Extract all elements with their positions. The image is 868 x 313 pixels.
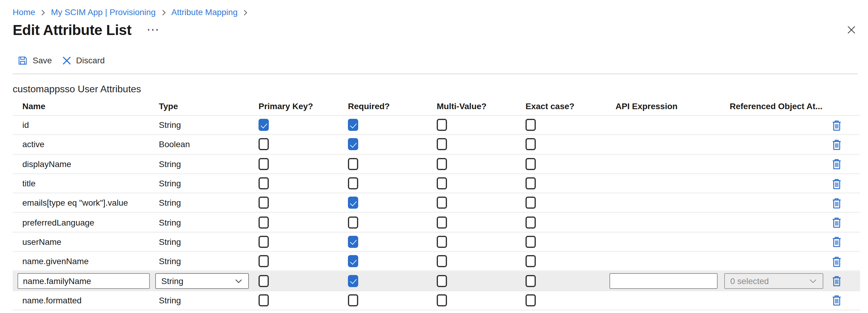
exact-case-checkbox[interactable] xyxy=(526,294,536,306)
breadcrumb-item-home[interactable]: Home xyxy=(13,7,35,18)
table-row: emails[type eq "work"].value String Stri… xyxy=(13,194,860,213)
page-title: Edit Attribute List xyxy=(13,21,131,39)
delete-attribute-button[interactable] xyxy=(831,158,843,170)
primary-key-cell xyxy=(258,119,348,131)
required-checkbox[interactable] xyxy=(348,294,358,306)
exact-case-cell xyxy=(526,236,616,248)
multi-value-checkbox[interactable] xyxy=(437,255,447,267)
discard-button[interactable]: Discard xyxy=(62,56,105,65)
required-checkbox[interactable] xyxy=(348,177,358,189)
attribute-type: String xyxy=(159,217,181,227)
primary-key-checkbox[interactable] xyxy=(258,177,269,189)
more-options-icon xyxy=(148,29,149,30)
multi-value-checkbox[interactable] xyxy=(437,197,447,209)
chevron-down-icon xyxy=(809,277,817,285)
delete-attribute-button[interactable] xyxy=(831,138,843,151)
multi-value-cell xyxy=(437,158,526,170)
exact-case-cell xyxy=(526,294,616,306)
delete-attribute-button[interactable] xyxy=(831,177,843,190)
attribute-name-input[interactable] xyxy=(18,273,150,288)
required-checkbox[interactable] xyxy=(348,255,358,267)
table-row: title String String xyxy=(13,174,860,194)
exact-case-checkbox[interactable] xyxy=(526,255,536,267)
required-checkbox[interactable] xyxy=(348,197,358,209)
trash-icon xyxy=(831,118,843,131)
referenced-object-dropdown[interactable]: 0 selected xyxy=(724,273,823,288)
primary-key-cell xyxy=(258,158,348,170)
actions-cell xyxy=(831,294,860,307)
multi-value-checkbox[interactable] xyxy=(437,158,447,170)
primary-key-checkbox[interactable] xyxy=(258,275,269,287)
multi-value-checkbox[interactable] xyxy=(437,275,447,287)
table-row: displayName String String xyxy=(13,155,860,174)
delete-attribute-button[interactable] xyxy=(831,255,843,268)
type-dropdown[interactable]: String xyxy=(155,273,249,288)
primary-key-cell xyxy=(258,216,348,228)
close-button[interactable] xyxy=(847,25,856,34)
exact-case-checkbox[interactable] xyxy=(526,216,536,228)
exact-case-checkbox[interactable] xyxy=(526,119,536,131)
required-checkbox[interactable] xyxy=(348,236,358,248)
delete-attribute-button[interactable] xyxy=(831,274,843,287)
required-checkbox[interactable] xyxy=(348,275,358,287)
more-options-button[interactable] xyxy=(148,29,158,30)
required-checkbox[interactable] xyxy=(348,216,358,228)
primary-key-checkbox[interactable] xyxy=(258,236,269,248)
table-row: active Boolean Boolean xyxy=(13,135,860,155)
required-cell xyxy=(348,216,437,228)
attribute-type: Boolean xyxy=(159,140,190,149)
multi-value-checkbox[interactable] xyxy=(437,294,447,306)
primary-key-cell xyxy=(258,294,348,306)
primary-key-checkbox[interactable] xyxy=(258,197,269,209)
delete-attribute-button[interactable] xyxy=(831,118,843,131)
trash-icon xyxy=(831,274,843,287)
primary-key-checkbox[interactable] xyxy=(258,255,269,267)
exact-case-checkbox[interactable] xyxy=(526,197,536,209)
exact-case-checkbox[interactable] xyxy=(526,158,536,170)
required-checkbox[interactable] xyxy=(348,119,358,131)
exact-case-checkbox[interactable] xyxy=(526,275,536,287)
multi-value-checkbox[interactable] xyxy=(437,216,447,228)
discard-icon xyxy=(62,56,71,65)
primary-key-checkbox[interactable] xyxy=(258,158,269,170)
delete-attribute-button[interactable] xyxy=(831,216,843,229)
type-cell: String String xyxy=(159,178,258,188)
primary-key-cell xyxy=(258,236,348,248)
referenced-object-dropdown-value: 0 selected xyxy=(730,276,769,285)
primary-key-checkbox[interactable] xyxy=(258,138,269,150)
required-checkbox[interactable] xyxy=(348,138,358,150)
name-cell: name.familyName xyxy=(22,273,159,288)
required-checkbox[interactable] xyxy=(348,158,358,170)
chevron-right-icon xyxy=(242,9,249,16)
delete-attribute-button[interactable] xyxy=(831,236,843,248)
primary-key-checkbox[interactable] xyxy=(258,216,269,228)
multi-value-checkbox[interactable] xyxy=(437,138,447,150)
name-cell: userName xyxy=(22,237,159,247)
exact-case-cell xyxy=(526,255,616,267)
exact-case-checkbox[interactable] xyxy=(526,177,536,189)
multi-value-checkbox[interactable] xyxy=(437,177,447,189)
toolbar-divider xyxy=(13,74,858,74)
name-cell: preferredLanguage xyxy=(22,217,159,227)
attribute-name: userName xyxy=(22,237,61,247)
exact-case-cell xyxy=(526,216,616,228)
exact-case-checkbox[interactable] xyxy=(526,138,536,150)
trash-icon xyxy=(831,177,843,190)
breadcrumb-item-provisioning[interactable]: My SCIM App | Provisioning xyxy=(51,7,156,18)
attribute-type: String xyxy=(159,120,181,130)
multi-value-checkbox[interactable] xyxy=(437,236,447,248)
primary-key-checkbox[interactable] xyxy=(258,119,269,131)
exact-case-checkbox[interactable] xyxy=(526,236,536,248)
delete-attribute-button[interactable] xyxy=(831,294,843,307)
primary-key-checkbox[interactable] xyxy=(258,294,269,306)
api-expression-input[interactable] xyxy=(610,273,718,288)
breadcrumb-item-attribute-mapping[interactable]: Attribute Mapping xyxy=(171,7,238,18)
delete-attribute-button[interactable] xyxy=(831,197,843,209)
section-heading: customappsso User Attributes xyxy=(13,82,868,96)
save-button[interactable]: Save xyxy=(18,55,52,65)
multi-value-cell xyxy=(437,216,526,228)
exact-case-cell xyxy=(526,119,616,131)
required-cell xyxy=(348,158,437,170)
multi-value-checkbox[interactable] xyxy=(437,119,447,131)
type-cell: String String xyxy=(159,295,258,305)
